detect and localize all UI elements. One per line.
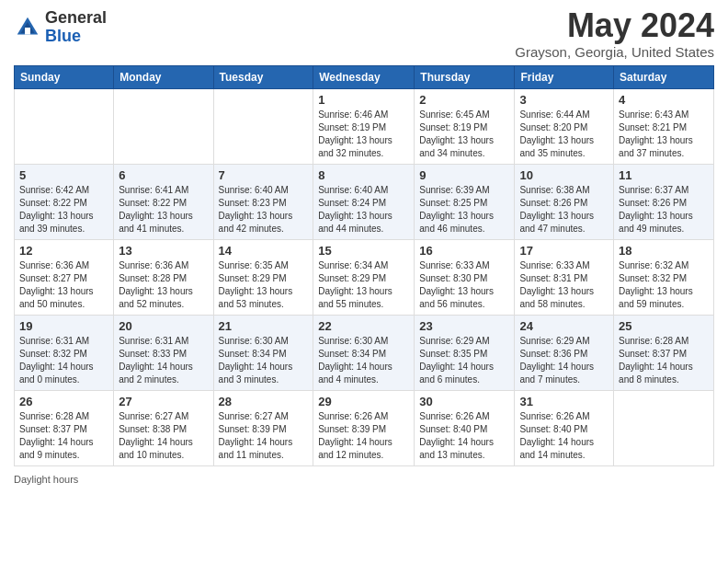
day-info: Sunrise: 6:38 AMSunset: 8:26 PMDaylight:… [519, 184, 609, 236]
day-number: 23 [419, 319, 509, 333]
day-info: Sunrise: 6:36 AMSunset: 8:28 PMDaylight:… [119, 259, 208, 311]
day-number: 2 [419, 93, 509, 107]
calendar-cell [114, 89, 213, 165]
logo-blue: Blue [45, 27, 81, 45]
calendar-cell: 23Sunrise: 6:29 AMSunset: 8:35 PMDayligh… [415, 316, 515, 391]
day-info: Sunrise: 6:29 AMSunset: 8:35 PMDaylight:… [419, 335, 509, 386]
day-info: Sunrise: 6:27 AMSunset: 8:38 PMDaylight:… [119, 410, 208, 462]
day-number: 31 [519, 395, 609, 408]
day-number: 19 [19, 319, 108, 333]
day-number: 13 [119, 244, 208, 258]
day-number: 7 [219, 168, 309, 182]
day-number: 24 [519, 319, 609, 333]
day-info: Sunrise: 6:33 AMSunset: 8:31 PMDaylight:… [519, 259, 609, 311]
day-number: 28 [219, 395, 309, 408]
day-number: 8 [318, 168, 409, 182]
calendar-cell: 12Sunrise: 6:36 AMSunset: 8:27 PMDayligh… [15, 240, 114, 316]
calendar-cell: 10Sunrise: 6:38 AMSunset: 8:26 PMDayligh… [515, 165, 614, 240]
calendar-week-row: 5Sunrise: 6:42 AMSunset: 8:22 PMDaylight… [15, 165, 714, 240]
calendar-cell: 21Sunrise: 6:30 AMSunset: 8:34 PMDayligh… [213, 316, 313, 391]
calendar-header-row: SundayMondayTuesdayWednesdayThursdayFrid… [15, 66, 714, 89]
daylight-label: Daylight hours [14, 474, 78, 485]
calendar-cell: 24Sunrise: 6:29 AMSunset: 8:36 PMDayligh… [515, 316, 614, 391]
calendar-cell [15, 89, 114, 165]
calendar-cell: 9Sunrise: 6:39 AMSunset: 8:25 PMDaylight… [415, 165, 515, 240]
day-info: Sunrise: 6:37 AMSunset: 8:26 PMDaylight:… [619, 184, 709, 236]
day-number: 18 [619, 244, 709, 258]
day-number: 15 [318, 244, 409, 258]
calendar-week-row: 26Sunrise: 6:28 AMSunset: 8:37 PMDayligh… [15, 391, 714, 466]
day-number: 27 [119, 395, 208, 408]
title-section: May 2024 Grayson, Georgia, United States [515, 9, 714, 60]
calendar-cell: 16Sunrise: 6:33 AMSunset: 8:30 PMDayligh… [415, 240, 515, 316]
day-number: 20 [119, 319, 208, 333]
calendar-cell: 4Sunrise: 6:43 AMSunset: 8:21 PMDaylight… [614, 89, 714, 165]
calendar-cell: 29Sunrise: 6:26 AMSunset: 8:39 PMDayligh… [313, 391, 415, 466]
day-info: Sunrise: 6:40 AMSunset: 8:23 PMDaylight:… [219, 184, 309, 236]
calendar-week-row: 1Sunrise: 6:46 AMSunset: 8:19 PMDaylight… [15, 89, 714, 165]
day-number: 17 [519, 244, 609, 258]
logo-icon [14, 14, 41, 41]
page: General Blue May 2024 Grayson, Georgia, … [0, 0, 728, 563]
calendar-cell: 6Sunrise: 6:41 AMSunset: 8:22 PMDaylight… [114, 165, 213, 240]
calendar: SundayMondayTuesdayWednesdayThursdayFrid… [14, 65, 714, 466]
day-info: Sunrise: 6:30 AMSunset: 8:34 PMDaylight:… [219, 335, 309, 386]
day-info: Sunrise: 6:42 AMSunset: 8:22 PMDaylight:… [19, 184, 108, 236]
day-number: 29 [318, 395, 409, 408]
day-number: 26 [19, 395, 108, 408]
calendar-cell: 5Sunrise: 6:42 AMSunset: 8:22 PMDaylight… [15, 165, 114, 240]
calendar-day-header: Wednesday [313, 66, 415, 89]
calendar-cell: 7Sunrise: 6:40 AMSunset: 8:23 PMDaylight… [213, 165, 313, 240]
day-info: Sunrise: 6:34 AMSunset: 8:29 PMDaylight:… [318, 259, 409, 311]
day-info: Sunrise: 6:35 AMSunset: 8:29 PMDaylight:… [219, 259, 309, 311]
logo: General Blue [14, 9, 107, 46]
calendar-cell: 30Sunrise: 6:26 AMSunset: 8:40 PMDayligh… [415, 391, 515, 466]
day-number: 3 [519, 93, 609, 107]
day-info: Sunrise: 6:40 AMSunset: 8:24 PMDaylight:… [318, 184, 409, 236]
day-info: Sunrise: 6:36 AMSunset: 8:27 PMDaylight:… [19, 259, 108, 311]
calendar-day-header: Sunday [15, 66, 114, 89]
calendar-cell: 13Sunrise: 6:36 AMSunset: 8:28 PMDayligh… [114, 240, 213, 316]
calendar-cell: 27Sunrise: 6:27 AMSunset: 8:38 PMDayligh… [114, 391, 213, 466]
calendar-cell: 31Sunrise: 6:26 AMSunset: 8:40 PMDayligh… [515, 391, 614, 466]
day-info: Sunrise: 6:27 AMSunset: 8:39 PMDaylight:… [219, 410, 309, 462]
day-number: 12 [19, 244, 108, 258]
day-number: 21 [219, 319, 309, 333]
day-info: Sunrise: 6:30 AMSunset: 8:34 PMDaylight:… [318, 335, 409, 386]
calendar-cell: 1Sunrise: 6:46 AMSunset: 8:19 PMDaylight… [313, 89, 415, 165]
day-number: 5 [19, 168, 108, 182]
calendar-cell: 22Sunrise: 6:30 AMSunset: 8:34 PMDayligh… [313, 316, 415, 391]
calendar-cell: 11Sunrise: 6:37 AMSunset: 8:26 PMDayligh… [614, 165, 714, 240]
calendar-cell: 25Sunrise: 6:28 AMSunset: 8:37 PMDayligh… [614, 316, 714, 391]
day-number: 10 [519, 168, 609, 182]
day-info: Sunrise: 6:31 AMSunset: 8:33 PMDaylight:… [119, 335, 208, 386]
calendar-cell [213, 89, 313, 165]
day-info: Sunrise: 6:29 AMSunset: 8:36 PMDaylight:… [519, 335, 609, 386]
day-info: Sunrise: 6:39 AMSunset: 8:25 PMDaylight:… [419, 184, 509, 236]
day-info: Sunrise: 6:33 AMSunset: 8:30 PMDaylight:… [419, 259, 509, 311]
day-number: 16 [419, 244, 509, 258]
day-number: 11 [619, 168, 709, 182]
calendar-week-row: 12Sunrise: 6:36 AMSunset: 8:27 PMDayligh… [15, 240, 714, 316]
day-info: Sunrise: 6:46 AMSunset: 8:19 PMDaylight:… [318, 109, 409, 160]
day-info: Sunrise: 6:28 AMSunset: 8:37 PMDaylight:… [19, 410, 108, 462]
calendar-cell: 19Sunrise: 6:31 AMSunset: 8:32 PMDayligh… [15, 316, 114, 391]
calendar-cell: 20Sunrise: 6:31 AMSunset: 8:33 PMDayligh… [114, 316, 213, 391]
header: General Blue May 2024 Grayson, Georgia, … [14, 9, 714, 60]
day-number: 25 [619, 319, 709, 333]
day-number: 1 [318, 93, 409, 107]
calendar-cell: 2Sunrise: 6:45 AMSunset: 8:19 PMDaylight… [415, 89, 515, 165]
day-info: Sunrise: 6:26 AMSunset: 8:40 PMDaylight:… [519, 410, 609, 462]
day-info: Sunrise: 6:45 AMSunset: 8:19 PMDaylight:… [419, 109, 509, 160]
calendar-cell [614, 391, 714, 466]
day-number: 30 [419, 395, 509, 408]
calendar-cell: 3Sunrise: 6:44 AMSunset: 8:20 PMDaylight… [515, 89, 614, 165]
day-info: Sunrise: 6:41 AMSunset: 8:22 PMDaylight:… [119, 184, 208, 236]
calendar-cell: 18Sunrise: 6:32 AMSunset: 8:32 PMDayligh… [614, 240, 714, 316]
calendar-cell: 14Sunrise: 6:35 AMSunset: 8:29 PMDayligh… [213, 240, 313, 316]
day-info: Sunrise: 6:32 AMSunset: 8:32 PMDaylight:… [619, 259, 709, 311]
day-number: 4 [619, 93, 709, 107]
day-number: 14 [219, 244, 309, 258]
day-info: Sunrise: 6:44 AMSunset: 8:20 PMDaylight:… [519, 109, 609, 160]
day-number: 22 [318, 319, 409, 333]
